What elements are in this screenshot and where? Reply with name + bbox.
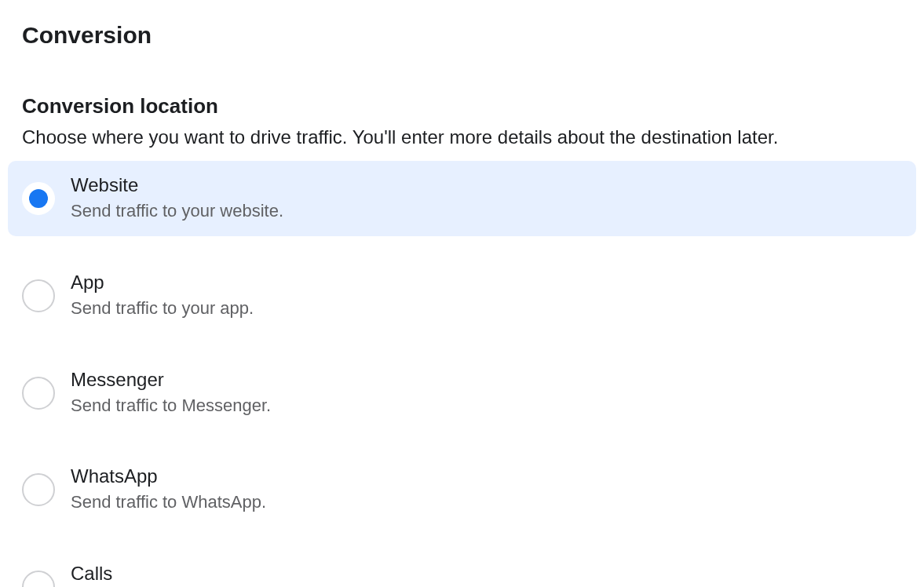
- option-text: WhatsApp Send traffic to WhatsApp.: [71, 465, 902, 514]
- option-title: WhatsApp: [71, 465, 902, 487]
- radio-button[interactable]: [22, 473, 55, 506]
- options-list: Website Send traffic to your website. Ap…: [8, 161, 916, 587]
- radio-button[interactable]: [22, 571, 55, 587]
- option-text: Website Send traffic to your website.: [71, 174, 902, 223]
- option-desc: Send traffic to your app.: [71, 297, 902, 320]
- option-calls[interactable]: Calls Get people to call your business.: [8, 549, 916, 587]
- option-title: Calls: [71, 563, 902, 585]
- option-whatsapp[interactable]: WhatsApp Send traffic to WhatsApp.: [8, 452, 916, 527]
- option-desc: Send traffic to your website.: [71, 199, 902, 223]
- option-desc: Send traffic to WhatsApp.: [71, 490, 902, 514]
- option-website[interactable]: Website Send traffic to your website.: [8, 161, 916, 236]
- radio-button[interactable]: [22, 377, 55, 410]
- section-subtext: Choose where you want to drive traffic. …: [22, 125, 916, 150]
- option-messenger[interactable]: Messenger Send traffic to Messenger.: [8, 355, 916, 431]
- radio-button[interactable]: [22, 279, 55, 312]
- option-desc: Send traffic to Messenger.: [71, 394, 902, 417]
- section-heading: Conversion location: [22, 94, 916, 118]
- option-title: App: [71, 272, 902, 294]
- option-title: Messenger: [71, 369, 902, 391]
- radio-button[interactable]: [22, 182, 55, 215]
- radio-dot-icon: [29, 189, 48, 208]
- option-text: Calls Get people to call your business.: [71, 563, 902, 587]
- option-text: Messenger Send traffic to Messenger.: [71, 369, 902, 417]
- option-text: App Send traffic to your app.: [71, 272, 902, 320]
- page-title: Conversion: [22, 22, 916, 49]
- option-title: Website: [71, 174, 902, 196]
- option-app[interactable]: App Send traffic to your app.: [8, 258, 916, 334]
